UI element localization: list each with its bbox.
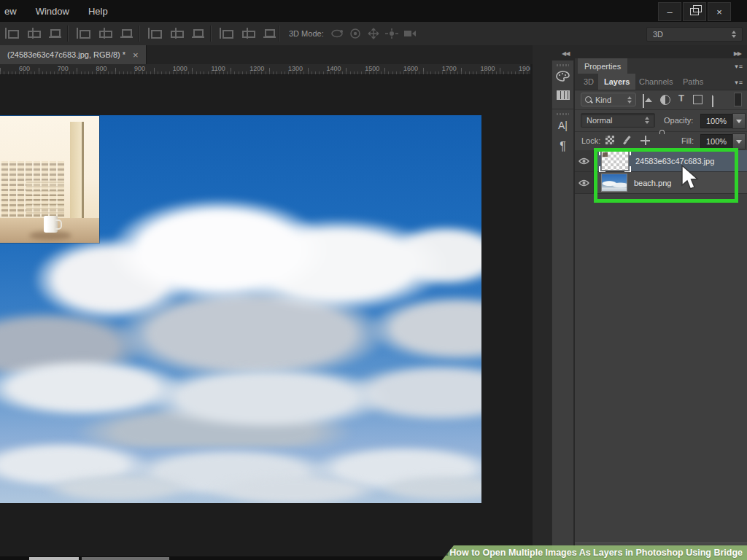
ruler-label: 1900 <box>519 65 530 72</box>
align-horizontal-centers-icon[interactable] <box>26 28 39 39</box>
city-building-middle <box>26 180 64 214</box>
panel-grip[interactable] <box>557 113 569 115</box>
orbit-3d-camera-icon[interactable] <box>330 28 344 39</box>
layer-visibility-cell[interactable] <box>575 150 594 171</box>
align-vertical-centers-icon[interactable] <box>98 28 111 39</box>
lock-transparency-icon[interactable] <box>605 136 614 144</box>
lock-label: Lock: <box>581 136 600 145</box>
panel-menu-icon[interactable]: ▾≡ <box>735 79 743 86</box>
ruler-label: 1100 <box>212 65 225 72</box>
opacity-dropdown-arrow[interactable] <box>732 113 746 129</box>
search-icon <box>585 96 592 103</box>
filter-toggle-switch[interactable] <box>734 93 742 106</box>
spinner-icon <box>732 31 736 38</box>
coffee-mug <box>44 216 58 233</box>
distribute-vertical-centers-icon[interactable] <box>169 28 182 39</box>
layer-visibility-cell[interactable] <box>575 172 594 193</box>
separator <box>279 26 280 42</box>
panel-tabs-row: 3D Layers Channels Paths ▾≡ <box>575 74 747 90</box>
panel-grip[interactable] <box>557 64 569 66</box>
ruler-label: 700 <box>58 65 69 72</box>
blend-mode-value: Normal <box>587 116 612 125</box>
restore-button[interactable] <box>683 2 706 21</box>
swatches-grid-icon[interactable] <box>552 90 573 100</box>
menu-item-help[interactable]: Help <box>88 6 108 17</box>
close-button[interactable]: × <box>708 2 731 21</box>
tab-properties[interactable]: Properties <box>578 58 627 74</box>
filter-type-layers-icon[interactable]: T <box>678 93 684 104</box>
align-right-edges-icon[interactable] <box>48 28 61 39</box>
distribute-horizontal-centers-icon[interactable] <box>241 28 254 39</box>
city-tower <box>70 122 84 219</box>
spinner-icon <box>645 117 649 124</box>
ruler-label: 1600 <box>403 65 418 72</box>
slide-3d-camera-icon[interactable] <box>384 28 399 39</box>
opacity-value-field[interactable]: 100% <box>700 114 732 128</box>
tab-channels[interactable]: Channels <box>633 74 678 90</box>
cloud-band-bottom <box>0 464 481 503</box>
minimize-button[interactable]: – <box>658 2 681 21</box>
menu-bar: ew Window Help <box>1 0 108 22</box>
taskbar-sliver <box>0 556 444 560</box>
collapse-panels-right-button[interactable]: ▶▶ <box>734 50 741 57</box>
blend-mode-dropdown[interactable]: Normal <box>581 113 655 128</box>
blend-mode-row: Normal Opacity: 100% <box>575 109 747 132</box>
distribute-left-edges-icon[interactable] <box>219 28 232 39</box>
pan-3d-camera-icon[interactable] <box>366 28 381 39</box>
filter-adjustment-layers-icon[interactable] <box>660 95 670 105</box>
fill-value-field[interactable]: 100% <box>700 134 732 149</box>
filter-shape-layers-icon[interactable] <box>693 95 703 104</box>
opacity-label: Opacity: <box>664 116 693 125</box>
layers-panel-group: Properties ▾≡ 3D Layers Channels Paths ▾… <box>575 58 747 560</box>
tab-close-icon[interactable]: × <box>133 50 139 60</box>
ruler-label: 1200 <box>249 65 264 72</box>
paragraph-panel-icon[interactable]: ¶ <box>552 140 573 153</box>
ruler-label: 900 <box>134 65 145 72</box>
collapse-panels-left-button[interactable]: ◀◀ <box>562 50 569 57</box>
distribute-top-edges-icon[interactable] <box>147 28 160 39</box>
canvas-image-city-overlay[interactable] <box>0 116 99 243</box>
filter-kind-label: Kind <box>595 96 611 104</box>
collapsed-panel-strip: A| ¶ <box>551 60 574 560</box>
ruler-label: 1700 <box>442 65 457 72</box>
watermark-banner: wiki How to Open Multiple Images As Laye… <box>442 545 747 560</box>
options-bar: 3D Mode: 3D <box>0 22 747 46</box>
fill-label: Fill: <box>681 136 694 145</box>
divider <box>552 109 573 109</box>
filter-kind-dropdown[interactable]: Kind <box>581 93 636 106</box>
mouse-cursor <box>681 165 700 194</box>
zoom-3d-camera-icon[interactable] <box>403 28 417 39</box>
panel-menu-icon[interactable]: ▾≡ <box>735 63 743 70</box>
align-top-edges-icon[interactable] <box>76 28 89 39</box>
separator <box>67 26 69 42</box>
separator <box>139 26 140 42</box>
workspace-switcher[interactable]: 3D <box>646 27 743 42</box>
tab-3d[interactable]: 3D <box>578 74 600 90</box>
title-bar: ew Window Help – × <box>0 0 747 22</box>
filter-pixel-layers-icon[interactable] <box>643 94 644 108</box>
watermark-text: How to Open Multiple Images As Layers in… <box>449 548 743 558</box>
menu-item-window[interactable]: Window <box>36 6 69 17</box>
eye-icon <box>578 158 589 165</box>
separator <box>210 26 212 42</box>
document-tab-title: (24583e63c47c683.jpg, RGB/8) * <box>7 50 125 59</box>
highlight-annotation-box <box>594 148 738 203</box>
color-palette-icon[interactable] <box>552 71 573 82</box>
align-left-edges-icon[interactable] <box>4 28 18 39</box>
roll-3d-camera-icon[interactable] <box>348 28 363 39</box>
menu-item-view[interactable]: ew <box>4 6 17 17</box>
align-bottom-edges-icon[interactable] <box>120 28 133 39</box>
filter-smart-objects-icon[interactable] <box>712 93 713 107</box>
right-panel-dock: ◀◀ ▶▶ A| ¶ Properties ▾≡ 3D Layers Chann… <box>533 45 747 560</box>
taskbar-item <box>29 557 79 560</box>
taskbar-item <box>82 557 169 560</box>
tab-paths[interactable]: Paths <box>677 74 709 90</box>
distribute-bottom-edges-icon[interactable] <box>191 28 204 39</box>
ruler-label: 800 <box>96 65 107 72</box>
distribute-right-edges-icon[interactable] <box>263 28 276 39</box>
eye-icon <box>578 179 589 187</box>
document-tab[interactable]: (24583e63c47c683.jpg, RGB/8) * × <box>0 45 147 64</box>
fill-dropdown-arrow[interactable] <box>732 133 746 149</box>
character-panel-icon[interactable]: A| <box>552 120 573 131</box>
tab-layers[interactable]: Layers <box>598 74 635 90</box>
